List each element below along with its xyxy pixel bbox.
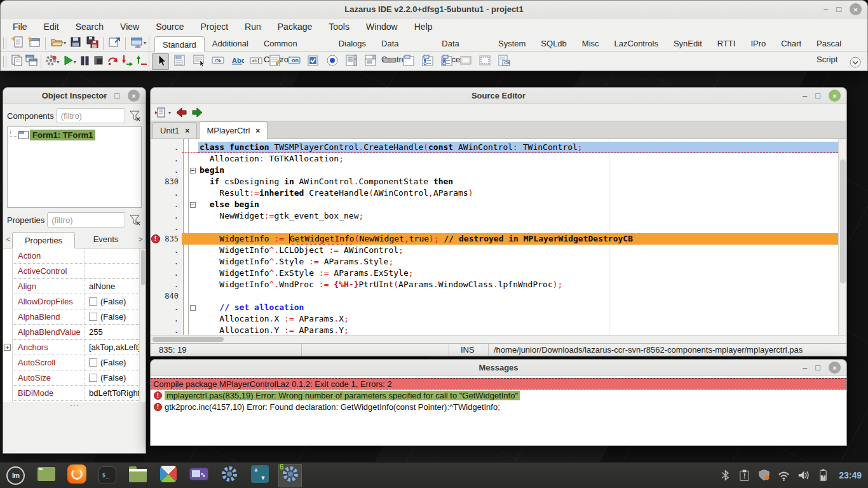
- code-line[interactable]: . Allocation.Y := AParams.Y;: [151, 325, 838, 335]
- tree-item[interactable]: Form1: TForm1: [8, 128, 141, 141]
- editor-tab-unit1[interactable]: Unit1×: [153, 122, 197, 139]
- palette-tab-ipro[interactable]: IPro: [743, 36, 773, 51]
- step-into-button[interactable]: [120, 54, 134, 69]
- code-editor[interactable]: .class function TWSMPlayerControl.Create…: [151, 139, 846, 335]
- menu-run[interactable]: Run: [236, 22, 269, 32]
- code-line[interactable]: . Allocation: TGTKAllocation;: [151, 153, 838, 165]
- component-frame[interactable]: [476, 53, 493, 70]
- open-dropdown-icon[interactable]: ▾: [64, 40, 66, 46]
- checkbox-icon[interactable]: [89, 358, 97, 367]
- palette-tab-chart[interactable]: Chart: [773, 36, 809, 51]
- vertical-scrollbar[interactable]: [838, 139, 846, 335]
- open-button[interactable]: [48, 36, 65, 51]
- palette-tab-pascal-script[interactable]: Pascal Script: [809, 36, 867, 51]
- run-dropdown-icon[interactable]: ▾: [74, 59, 76, 65]
- step-out-button[interactable]: [135, 54, 149, 69]
- view-units-button[interactable]: [10, 54, 24, 69]
- component-popup-menu[interactable]: [190, 53, 207, 70]
- shield-icon[interactable]: [757, 468, 771, 482]
- navigate-back-button[interactable]: [173, 105, 189, 119]
- filter-funnel-icon[interactable]: [128, 213, 142, 227]
- code-line[interactable]: .class function TWSMPlayerControl.Create…: [151, 142, 838, 153]
- files-launcher[interactable]: [126, 464, 149, 487]
- code-line[interactable]: . WidgetInfo^.ExStyle := AParams.ExStyle…: [151, 268, 838, 279]
- component-actionlist[interactable]: Ok: [495, 53, 512, 70]
- component-memo[interactable]: [266, 53, 283, 70]
- run-button[interactable]: [60, 54, 74, 69]
- checkbox-icon[interactable]: [89, 297, 97, 306]
- close-tab-icon[interactable]: ×: [185, 126, 189, 135]
- toolbar-grip[interactable]: [3, 56, 6, 67]
- component-edit[interactable]: ab: [247, 53, 264, 70]
- stop-button[interactable]: [92, 54, 105, 69]
- expand-icon[interactable]: +: [4, 344, 11, 351]
- component-tree[interactable]: Form1: TForm1: [7, 126, 142, 208]
- menu-edit[interactable]: Edit: [36, 22, 67, 32]
- property-value[interactable]: [akTop,akLeft]: [85, 342, 146, 352]
- code-line[interactable]: . NewWidget:=gtk_event_box_new;: [151, 210, 838, 222]
- code-fold-icon[interactable]: [182, 302, 198, 313]
- tab-scroll-right-icon[interactable]: >: [137, 231, 144, 248]
- menu-search[interactable]: Search: [67, 22, 112, 32]
- code-fold-icon[interactable]: [182, 165, 198, 176]
- maximize-icon[interactable]: □: [815, 362, 820, 374]
- menu-source[interactable]: Source: [147, 22, 192, 32]
- property-row[interactable]: AllowDropFiles(False): [3, 294, 146, 309]
- editor-tab-mplayerctrl[interactable]: MPlayerCtrl×: [199, 121, 268, 139]
- maximize-icon[interactable]: □: [815, 90, 820, 102]
- code-line[interactable]: .: [151, 222, 838, 233]
- checkbox-icon[interactable]: [89, 313, 97, 321]
- property-value[interactable]: (False): [85, 373, 146, 383]
- properties-filter-input[interactable]: [47, 212, 125, 227]
- code-line[interactable]: . // set allocation: [151, 302, 838, 313]
- component-checkgroup[interactable]: [438, 53, 455, 70]
- view-source-button[interactable]: [106, 36, 123, 51]
- palette-tab-data-controls[interactable]: Data Controls: [374, 36, 434, 51]
- clock[interactable]: 23:49: [839, 470, 862, 480]
- messages-titlebar[interactable]: Messages – □ ×: [151, 360, 846, 376]
- scrollbar-thumb[interactable]: [141, 250, 145, 285]
- main-titlebar[interactable]: Lazarus IDE v2.2.0+dfsg1-5ubuntu1 - proj…: [1, 1, 867, 18]
- property-row[interactable]: ActiveControl: [3, 264, 146, 279]
- property-value[interactable]: 255: [85, 327, 146, 337]
- save-all-button[interactable]: [84, 36, 100, 51]
- save-button[interactable]: [67, 36, 84, 51]
- menu-file[interactable]: File: [4, 22, 36, 32]
- property-value[interactable]: alNone: [85, 281, 146, 291]
- object-inspector-titlebar[interactable]: Object Inspector – □ ×: [3, 88, 146, 104]
- code-line[interactable]: . Allocation.X := AParams.X;: [151, 313, 838, 325]
- property-row[interactable]: AlphaBlend(False): [3, 309, 146, 325]
- toolbar-grip[interactable]: [3, 37, 6, 49]
- source-editor-titlebar[interactable]: Source Editor – □ ×: [151, 88, 846, 104]
- grid-scrollbar[interactable]: [139, 248, 146, 402]
- tab-properties[interactable]: Properties: [12, 232, 75, 248]
- minimize-icon[interactable]: –: [102, 90, 106, 102]
- filter-funnel-icon[interactable]: [128, 109, 142, 123]
- code-line[interactable]: . Result:=inherited CreateHandle(AWinCon…: [151, 187, 838, 199]
- code-line[interactable]: 840: [151, 290, 838, 302]
- component-button[interactable]: Ok: [209, 53, 226, 70]
- wifi-icon[interactable]: [777, 468, 790, 482]
- lazarus-launcher[interactable]: [217, 464, 241, 487]
- code-fold-icon[interactable]: [182, 199, 198, 210]
- cube-app-launcher[interactable]: [156, 464, 180, 487]
- close-icon[interactable]: ×: [128, 90, 140, 102]
- show-desktop-launcher[interactable]: [34, 464, 58, 487]
- palette-tab-misc[interactable]: Misc: [574, 36, 607, 51]
- component-checkbox[interactable]: [304, 53, 322, 70]
- toggle-form-dropdown-icon[interactable]: ▾: [144, 40, 146, 46]
- component-listbox[interactable]: [342, 53, 360, 70]
- property-row[interactable]: BiDiModebdLeftToRight: [3, 386, 146, 401]
- property-value[interactable]: (False): [85, 358, 146, 367]
- close-icon[interactable]: ×: [829, 90, 841, 102]
- splitter-handle[interactable]: [3, 402, 146, 408]
- lazarus-active-launcher[interactable]: 6: [278, 464, 302, 487]
- gameboy-emulator-launcher[interactable]: [187, 464, 210, 487]
- palette-tab-sqldb[interactable]: SQLdb: [533, 36, 574, 51]
- code-line[interactable]: 835 WidgetInfo := GetWidgetInfo(NewWidge…: [151, 233, 838, 245]
- palette-tab-lazcontrols[interactable]: LazControls: [607, 36, 666, 51]
- close-icon[interactable]: ×: [829, 362, 841, 374]
- menu-view[interactable]: View: [112, 22, 147, 32]
- jump-history-dropdown-icon[interactable]: ▾: [168, 110, 171, 116]
- menu-package[interactable]: Package: [269, 22, 320, 32]
